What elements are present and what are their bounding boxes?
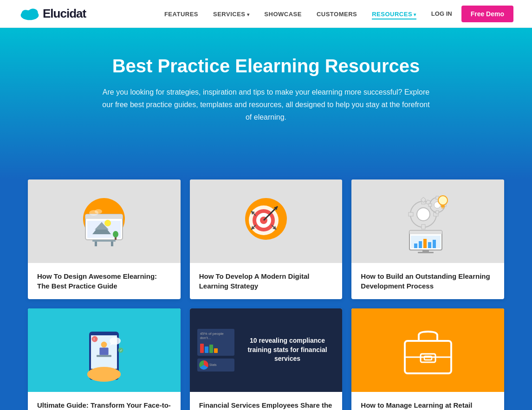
card-body-2: How To Develop A Modern Digital Learning…: [190, 263, 343, 299]
infographic-title: 10 revealing compliance training stats f…: [240, 336, 335, 364]
svg-rect-53: [423, 239, 427, 248]
svg-rect-10: [92, 240, 116, 242]
svg-rect-61: [100, 347, 109, 355]
svg-rect-49: [409, 231, 442, 234]
card-title-5: Financial Services Employees Share the T…: [199, 400, 333, 410]
card-title-1: How To Design Awesome Elearning: The Bes…: [37, 271, 171, 291]
svg-rect-42: [428, 204, 432, 206]
svg-rect-54: [428, 242, 431, 248]
free-demo-button[interactable]: Free Demo: [461, 6, 513, 22]
svg-rect-51: [414, 243, 417, 248]
svg-rect-57: [418, 252, 434, 253]
svg-rect-11: [95, 242, 97, 246]
card-compliance-training[interactable]: 45% of people don't... Stats: [190, 308, 343, 410]
svg-text:!: !: [94, 337, 95, 341]
nav-resources[interactable]: RESOURCES: [372, 10, 416, 18]
card-body-5: Financial Services Employees Share the T…: [190, 392, 343, 410]
card-image-5: 45% of people don't... Stats: [190, 308, 343, 392]
logo-text: Elucidat: [43, 6, 86, 21]
card-design-awesome[interactable]: How To Design Awesome Elearning: The Bes…: [28, 179, 181, 299]
card-title-6: How to Manage Learning at Retail Speed: …: [361, 400, 495, 410]
svg-text:✓: ✓: [120, 348, 123, 352]
svg-point-31: [417, 208, 430, 221]
card-body-1: How To Design Awesome Elearning: The Bes…: [28, 263, 181, 299]
hero-title: Best Practice Elearning Resources: [9, 56, 523, 77]
card-image-4: ! ✓: [28, 308, 181, 392]
hero-subtitle: Are you looking for strategies, inspirat…: [99, 86, 433, 124]
svg-point-14: [113, 231, 118, 237]
svg-rect-41: [436, 211, 439, 214]
svg-rect-55: [433, 240, 436, 248]
svg-rect-12: [111, 242, 113, 246]
svg-point-44: [438, 196, 448, 205]
nav-links: FEATURES SERVICES SHOWCASE CUSTOMERS RES…: [164, 10, 416, 18]
navbar: Elucidat FEATURES SERVICES SHOWCASE CUST…: [0, 0, 532, 28]
svg-rect-56: [422, 250, 429, 252]
card-title-4: Ultimate Guide: Transform Your Face-to-F…: [37, 400, 171, 410]
logo[interactable]: Elucidat: [19, 6, 86, 21]
svg-rect-70: [87, 371, 121, 378]
card-body-3: How to Build an Outstanding Elearning De…: [351, 263, 504, 299]
card-image-1: [28, 179, 181, 263]
login-link[interactable]: LOG IN: [431, 10, 452, 17]
svg-point-60: [101, 341, 107, 347]
nav-features[interactable]: FEATURES: [164, 10, 198, 18]
nav-showcase[interactable]: SHOWCASE: [264, 10, 302, 18]
svg-rect-33: [422, 224, 425, 229]
card-face-to-face[interactable]: ! ✓ Ultimate Guide: Transform Your Face-…: [28, 308, 181, 410]
card-outstanding-process[interactable]: How to Build an Outstanding Elearning De…: [351, 179, 504, 299]
card-title-2: How To Develop A Modern Digital Learning…: [199, 271, 333, 291]
card-body-6: How to Manage Learning at Retail Speed: …: [351, 392, 504, 410]
svg-point-16: [95, 209, 102, 214]
hero-section: Best Practice Elearning Resources Are yo…: [0, 28, 532, 179]
card-title-3: How to Build an Outstanding Elearning De…: [361, 271, 495, 291]
svg-point-2: [28, 8, 38, 17]
card-image-6: [351, 308, 504, 392]
svg-rect-52: [419, 241, 422, 248]
nav-services[interactable]: SERVICES: [213, 10, 249, 18]
card-retail-speed[interactable]: How to Manage Learning at Retail Speed: …: [351, 308, 504, 410]
card-body-4: Ultimate Guide: Transform Your Face-to-F…: [28, 392, 181, 410]
svg-rect-34: [409, 212, 413, 216]
cards-section: How To Design Awesome Elearning: The Bes…: [0, 179, 532, 410]
svg-rect-62: [97, 355, 111, 357]
svg-rect-45: [441, 205, 445, 207]
cards-grid: How To Design Awesome Elearning: The Bes…: [28, 179, 504, 410]
nav-customers[interactable]: CUSTOMERS: [317, 10, 357, 18]
navbar-actions: LOG IN Free Demo: [431, 6, 513, 22]
card-digital-strategy[interactable]: How To Develop A Modern Digital Learning…: [190, 179, 343, 299]
card-image-3: [351, 179, 504, 263]
svg-point-9: [104, 220, 111, 226]
card-image-2: [190, 179, 343, 263]
svg-rect-72: [421, 354, 435, 362]
